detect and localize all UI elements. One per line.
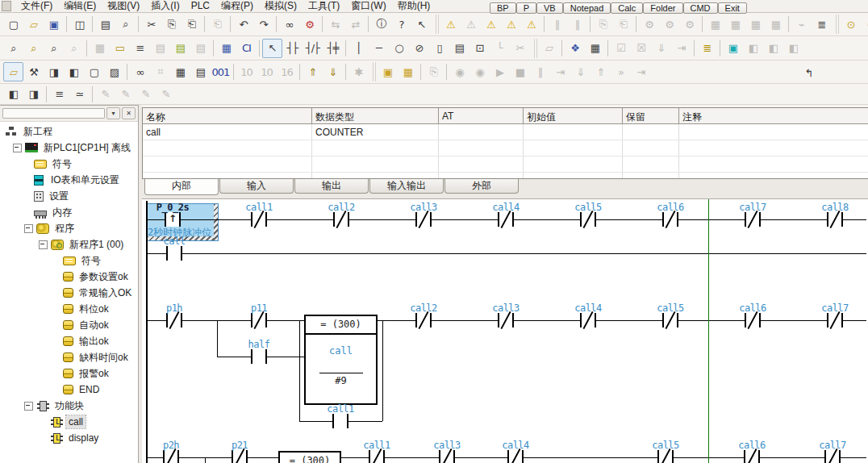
- contact-nc-call7[interactable]: [824, 450, 841, 463]
- menu-item[interactable]: 帮助(H): [392, 0, 436, 11]
- tree-item-section-alarm[interactable]: 报警ok: [0, 365, 138, 382]
- about[interactable]: ⓘ: [371, 15, 391, 34]
- tree-expander-icon[interactable]: [13, 144, 22, 152]
- properties[interactable]: ⚒: [23, 62, 44, 81]
- new-file[interactable]: ▢: [3, 15, 23, 34]
- print-preview[interactable]: ⌕: [115, 15, 136, 34]
- contact-nc-call2[interactable]: [333, 212, 349, 227]
- cross-reference-report[interactable]: ◧: [64, 62, 84, 81]
- vertical-line[interactable]: │: [348, 39, 369, 58]
- instruction-operand[interactable]: #9: [319, 373, 363, 386]
- close-icon[interactable]: ✕: [122, 107, 136, 119]
- zoom-out[interactable]: ⌕: [3, 39, 23, 58]
- tree-item-programs[interactable]: 程序: [0, 220, 138, 236]
- align-rungs[interactable]: ≡: [49, 85, 69, 104]
- instruction-operand[interactable]: call: [306, 345, 376, 357]
- quick-p[interactable]: P: [516, 2, 536, 14]
- instruction-block[interactable]: = (300): [278, 451, 341, 463]
- menu-item[interactable]: 工具(T): [303, 0, 345, 11]
- tree-item-settings[interactable]: 设置: [0, 188, 138, 204]
- tree-item-section-output[interactable]: 输出ok: [0, 333, 138, 349]
- contact-nc-call4[interactable]: [498, 212, 514, 227]
- new-instruction[interactable]: ▯: [429, 39, 449, 58]
- contact-nc-call2[interactable]: [415, 313, 432, 327]
- tree-item-section-level[interactable]: 料位ok: [0, 301, 138, 317]
- toggle-project-tree[interactable]: ▱: [3, 62, 23, 81]
- menu-item[interactable]: 文件(F): [15, 0, 58, 11]
- paste[interactable]: ⎗: [182, 15, 202, 34]
- tab-external[interactable]: 外部: [444, 179, 519, 194]
- previous-section[interactable]: ⇑: [303, 62, 323, 81]
- redo[interactable]: ↷: [253, 15, 273, 34]
- zoom-tool[interactable]: ⌕: [23, 39, 44, 58]
- new-contact-or[interactable]: ┤╪: [323, 39, 343, 58]
- tree-item-fb-display[interactable]: display: [0, 430, 138, 446]
- contact-nc-call5[interactable]: [657, 450, 674, 463]
- symbol-comment-cell[interactable]: [679, 124, 868, 140]
- contact-pup-P_0_2s[interactable]: ↑: [165, 212, 181, 227]
- tree-item-memory[interactable]: 内存: [0, 204, 138, 220]
- symbol-row[interactable]: call COUNTER: [143, 124, 868, 140]
- tree-expander-icon[interactable]: [24, 224, 33, 233]
- menu-item[interactable]: 模拟(S): [259, 0, 303, 11]
- print-preview-doc[interactable]: ◫: [69, 15, 90, 34]
- print[interactable]: ▤: [95, 15, 115, 34]
- new-closed-coil[interactable]: ⊘: [409, 39, 429, 58]
- symbol-retain-cell[interactable]: [623, 124, 679, 140]
- tree-item-plc[interactable]: 新PLC1[CP1H] 离线: [0, 140, 138, 156]
- tree-item-section-params[interactable]: 参数设置ok: [0, 269, 138, 285]
- select-mode[interactable]: ↖: [262, 39, 282, 58]
- contact-nc-p11[interactable]: [251, 313, 267, 327]
- next-section[interactable]: ⇓: [323, 62, 343, 81]
- work-online[interactable]: ⚠: [440, 15, 461, 34]
- new-window[interactable]: ▢: [84, 62, 104, 81]
- online-edit[interactable]: ⚠: [481, 15, 501, 34]
- menu-item[interactable]: 插入(I): [145, 0, 185, 11]
- set-password[interactable]: ⊙: [841, 15, 861, 34]
- contact-nc-call4[interactable]: [580, 313, 596, 327]
- tree-item-symbols[interactable]: 符号: [0, 156, 138, 172]
- quick-calc[interactable]: Calc: [611, 2, 643, 14]
- menu-item[interactable]: 视图(V): [102, 0, 145, 11]
- new-instruction-params[interactable]: ▤: [449, 39, 469, 58]
- contact-no-call1[interactable]: [332, 414, 348, 428]
- contact-nc-call1[interactable]: [369, 450, 385, 463]
- contact-nc-call3[interactable]: [498, 313, 514, 327]
- help-topics[interactable]: ?: [391, 15, 411, 34]
- fb-library[interactable]: ❖: [565, 39, 585, 58]
- ladder-editor[interactable]: = (300)call#9= (300)↑P_0_2scall1call2cal…: [142, 198, 868, 463]
- workspace-grip[interactable]: [2, 108, 105, 119]
- contact-no-call[interactable]: [166, 246, 182, 261]
- tree-expander-icon[interactable]: [39, 240, 48, 249]
- open-file[interactable]: ▱: [23, 15, 44, 34]
- tree-item-program1-symbols[interactable]: 符号: [0, 252, 138, 269]
- tree-item-section-shortage[interactable]: 缺料时间ok: [0, 349, 138, 365]
- contact-nc-call5[interactable]: [580, 212, 596, 227]
- view-symbol-bar[interactable]: CI: [236, 39, 257, 58]
- instruction-block[interactable]: = (300)call#9: [304, 315, 378, 405]
- symbol-at-cell[interactable]: [439, 124, 524, 140]
- io-table-window[interactable]: ▤: [190, 62, 211, 81]
- memory-window[interactable]: 001: [211, 62, 231, 81]
- replace[interactable]: ⚙: [299, 15, 319, 34]
- tree-expander-icon[interactable]: [24, 402, 33, 411]
- empty-symbol-row[interactable]: [143, 140, 868, 156]
- tree-item-function-blocks[interactable]: 功能块: [0, 398, 138, 414]
- contact-nc-p1h[interactable]: [166, 313, 182, 327]
- quick-notepad[interactable]: Notepad: [563, 2, 611, 14]
- menu-item[interactable]: 窗口(W): [345, 0, 391, 11]
- quick-cmd[interactable]: CMD: [683, 2, 718, 14]
- watch-window[interactable]: ≣: [697, 39, 717, 58]
- section-list[interactable]: ▦: [170, 62, 190, 81]
- tree-item-project[interactable]: 新工程: [0, 123, 138, 140]
- block-program-left[interactable]: ◧: [3, 85, 23, 104]
- tab-output[interactable]: 输出: [294, 179, 369, 194]
- tree-item-io-table[interactable]: IO表和单元设置: [0, 172, 138, 188]
- simulator-online[interactable]: ▣: [378, 62, 398, 81]
- horizontal-line[interactable]: ─: [369, 39, 389, 58]
- tree-item-section-end[interactable]: END: [0, 382, 138, 398]
- tree-item-program1[interactable]: 新程序1 (00): [0, 236, 138, 252]
- contact-nc-call7[interactable]: [827, 313, 843, 327]
- quick-vb[interactable]: VB: [536, 2, 563, 14]
- empty-symbol-row[interactable]: [143, 156, 868, 173]
